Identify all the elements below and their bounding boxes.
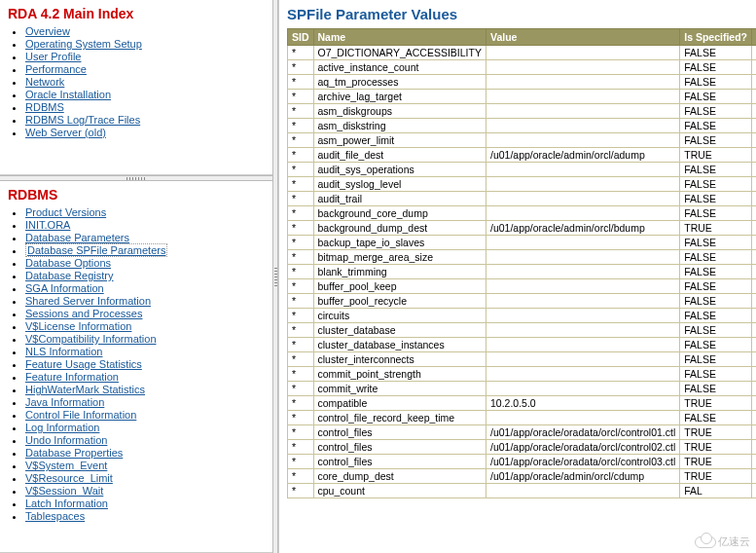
cell-spec: FALSE: [680, 163, 752, 177]
nav-link[interactable]: HighWaterMark Statistics: [25, 384, 145, 395]
table-row[interactable]: *cpu_countFAL: [288, 484, 757, 498]
nav-link[interactable]: User Profile: [25, 51, 81, 62]
table-row[interactable]: *audit_file_dest/u01/app/oracle/admin/or…: [288, 148, 757, 163]
rdbms-item: Database Registry: [25, 270, 272, 281]
nav-link[interactable]: INIT.ORA: [25, 219, 70, 231]
nav-link[interactable]: RDBMS: [25, 101, 64, 113]
main-index-item: Web Server (old): [25, 127, 272, 138]
nav-link[interactable]: Feature Usage Statistics: [25, 358, 142, 370]
column-header[interactable]: Name: [313, 29, 486, 46]
table-row[interactable]: *asm_power_limitFALSE0: [288, 133, 757, 148]
nav-link[interactable]: RDBMS Log/Trace Files: [25, 114, 140, 126]
table-row[interactable]: *buffer_pool_keepFALSE0: [288, 279, 757, 294]
vertical-splitter[interactable]: [272, 0, 278, 553]
table-row[interactable]: *compatible10.2.0.5.0TRUE1: [288, 396, 757, 411]
table-row[interactable]: *circuitsFALSE0: [288, 309, 757, 323]
nav-link[interactable]: Shared Server Information: [25, 295, 151, 307]
column-header[interactable]: Is Specified?: [680, 29, 752, 46]
nav-link[interactable]: Network: [25, 76, 64, 88]
nav-link[interactable]: Database Registry: [25, 270, 114, 281]
cell-sid: *: [288, 279, 314, 294]
nav-link[interactable]: Database Properties: [25, 447, 123, 459]
cell-sid: *: [288, 163, 314, 177]
cell-value: [486, 90, 679, 104]
nav-link[interactable]: Feature Information: [25, 371, 119, 383]
column-header[interactable]: Ordinal: [752, 29, 756, 46]
column-header[interactable]: SID: [288, 29, 314, 46]
table-row[interactable]: *O7_DICTIONARY_ACCESSIBILITYFALSE0: [288, 46, 757, 60]
nav-link[interactable]: Web Server (old): [25, 127, 106, 138]
cell-ord: 0: [752, 309, 756, 323]
nav-link[interactable]: Control File Information: [25, 409, 136, 421]
cell-value: /u01/app/oracle/admin/orcl/bdump: [486, 221, 679, 236]
table-row[interactable]: *bitmap_merge_area_sizeFALSE0: [288, 250, 757, 265]
table-row[interactable]: *cluster_interconnectsFALSE0: [288, 352, 757, 367]
cell-value: [486, 163, 679, 177]
nav-link[interactable]: V$Compatibility Information: [25, 333, 157, 345]
table-row[interactable]: *core_dump_dest/u01/app/oracle/admin/orc…: [288, 469, 757, 484]
table-row[interactable]: *background_dump_dest/u01/app/oracle/adm…: [288, 221, 757, 236]
cell-spec: FALSE: [680, 250, 752, 265]
rdbms-item: HighWaterMark Statistics: [25, 384, 272, 395]
table-row[interactable]: *blank_trimmingFALSE0: [288, 265, 757, 279]
table-row[interactable]: *active_instance_countFALSE0: [288, 60, 757, 75]
nav-link[interactable]: Overview: [25, 25, 70, 37]
nav-link[interactable]: Log Information: [25, 422, 99, 433]
table-row[interactable]: *aq_tm_processesFALSE0: [288, 75, 757, 90]
cell-name: control_files: [313, 455, 486, 469]
table-row[interactable]: *audit_sys_operationsFALSE0: [288, 163, 757, 177]
cell-sid: *: [288, 236, 314, 250]
rdbms-list: Product VersionsINIT.ORADatabase Paramet…: [8, 206, 272, 522]
nav-link[interactable]: V$Resource_Limit: [25, 472, 113, 484]
nav-link[interactable]: NLS Information: [25, 346, 102, 357]
nav-link[interactable]: V$System_Event: [25, 460, 107, 471]
nav-link[interactable]: Java Information: [25, 396, 104, 408]
table-row[interactable]: *background_core_dumpFALSE0: [288, 206, 757, 221]
table-row[interactable]: *commit_writeFALSE0: [288, 382, 757, 396]
nav-link[interactable]: V$Session_Wait: [25, 485, 103, 497]
cell-name: core_dump_dest: [313, 469, 486, 484]
cell-spec: FALSE: [680, 382, 752, 396]
table-row[interactable]: *audit_syslog_levelFALSE0: [288, 177, 757, 192]
horizontal-splitter[interactable]: [0, 175, 272, 181]
table-row[interactable]: *cluster_databaseFALSE0: [288, 323, 757, 338]
table-row[interactable]: *asm_diskgroupsFALSE0: [288, 104, 757, 119]
table-row[interactable]: *cluster_database_instancesFALSE0: [288, 338, 757, 352]
nav-link[interactable]: Operating System Setup: [25, 38, 142, 50]
table-row[interactable]: *control_files/u01/app/oracle/oradata/or…: [288, 440, 757, 455]
rdbms-item: V$Resource_Limit: [25, 472, 272, 484]
nav-link[interactable]: Undo Information: [25, 434, 107, 446]
cell-spec: FALSE: [680, 119, 752, 133]
cell-value: [486, 192, 679, 206]
cell-value: 10.2.0.5.0: [486, 396, 679, 411]
nav-link[interactable]: Tablespaces: [25, 510, 85, 522]
table-row[interactable]: *buffer_pool_recycleFALSE0: [288, 294, 757, 309]
table-row[interactable]: *control_file_record_keep_timeFALSE0: [288, 411, 757, 425]
nav-link[interactable]: Database Parameters: [25, 232, 129, 243]
cell-sid: *: [288, 367, 314, 382]
table-row[interactable]: *control_files/u01/app/oracle/oradata/or…: [288, 455, 757, 469]
nav-link[interactable]: Performance: [25, 63, 87, 75]
rdbms-item: Shared Server Information: [25, 295, 272, 307]
table-row[interactable]: *control_files/u01/app/oracle/oradata/or…: [288, 425, 757, 440]
nav-link[interactable]: Sessions and Processes: [25, 308, 142, 319]
nav-link[interactable]: V$License Information: [25, 320, 131, 332]
nav-link[interactable]: Product Versions: [25, 206, 106, 218]
table-row[interactable]: *commit_point_strengthFALSE0: [288, 367, 757, 382]
table-row[interactable]: *archive_lag_targetFALSE0: [288, 90, 757, 104]
main-index-item: RDBMS Log/Trace Files: [25, 114, 272, 126]
nav-link[interactable]: Database SPFile Parameters: [25, 243, 167, 257]
cell-value: [486, 133, 679, 148]
rdbms-item: V$Session_Wait: [25, 485, 272, 497]
nav-link[interactable]: Database Options: [25, 257, 111, 269]
main-index-item: Overview: [25, 25, 272, 37]
cell-ord: 0: [752, 177, 756, 192]
table-row[interactable]: *backup_tape_io_slavesFALSE0: [288, 236, 757, 250]
nav-link[interactable]: Oracle Installation: [25, 89, 111, 100]
cell-name: control_files: [313, 440, 486, 455]
nav-link[interactable]: SGA Information: [25, 282, 104, 294]
table-row[interactable]: *asm_diskstringFALSE0: [288, 119, 757, 133]
column-header[interactable]: Value: [486, 29, 679, 46]
nav-link[interactable]: Latch Information: [25, 498, 108, 509]
table-row[interactable]: *audit_trailFALSE0: [288, 192, 757, 206]
